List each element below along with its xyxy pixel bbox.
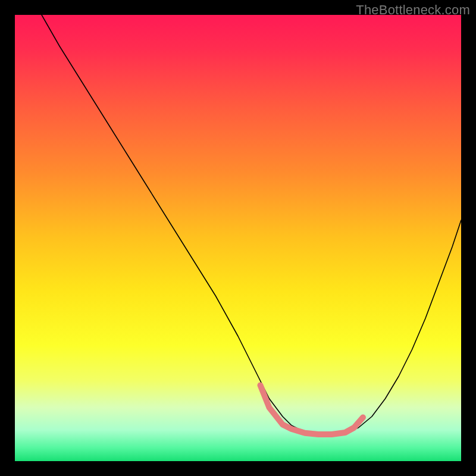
plot-area: [15, 15, 461, 461]
chart-canvas: TheBottleneck.com: [0, 0, 476, 476]
chart-svg: [15, 15, 461, 461]
